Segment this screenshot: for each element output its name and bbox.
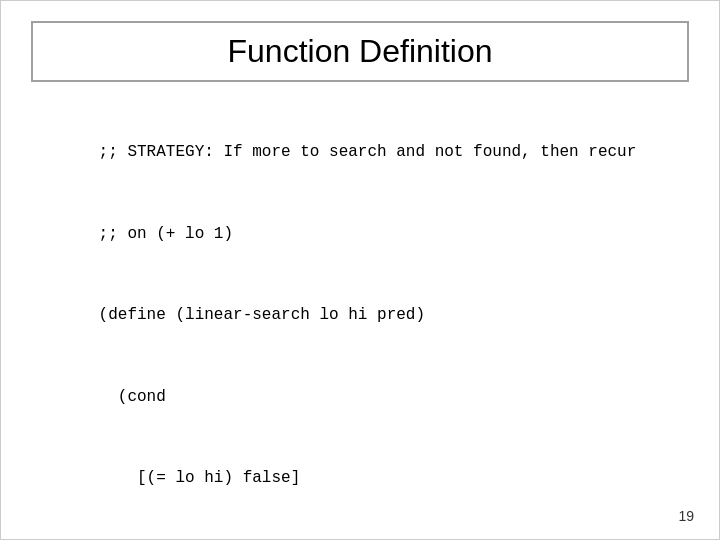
code-line-5: [(= lo hi) false] <box>99 469 301 487</box>
slide: Function Definition ;; STRATEGY: If more… <box>0 0 720 540</box>
content-area: ;; STRATEGY: If more to search and not f… <box>31 112 689 540</box>
code-line-3: (define (linear-search lo hi pred) <box>99 306 425 324</box>
slide-number: 19 <box>678 508 694 524</box>
title-box: Function Definition <box>31 21 689 82</box>
code-line-2: ;; on (+ lo 1) <box>99 225 233 243</box>
code-block: ;; STRATEGY: If more to search and not f… <box>41 112 679 540</box>
code-line-4: (cond <box>99 388 166 406</box>
slide-title: Function Definition <box>53 33 667 70</box>
code-line-1: ;; STRATEGY: If more to search and not f… <box>99 143 637 161</box>
